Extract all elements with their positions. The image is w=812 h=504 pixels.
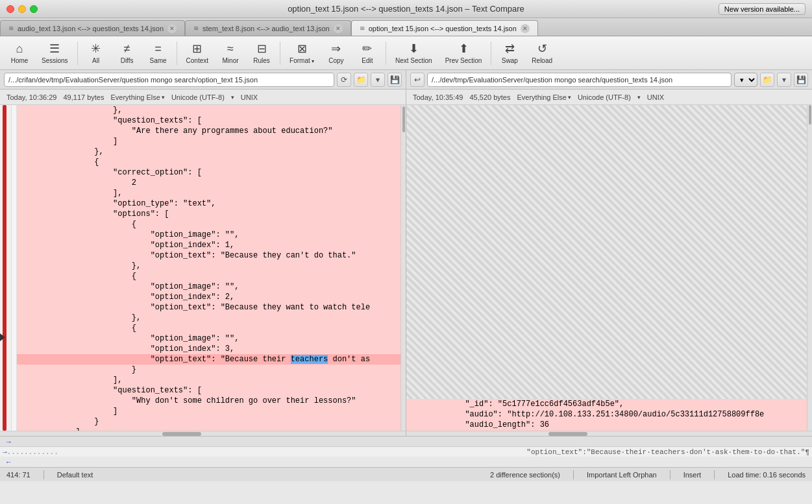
rules-label: Rules [253, 57, 270, 64]
left-vertical-scroll[interactable] [400, 105, 406, 431]
code-line-10: "option_type": "text", [17, 198, 400, 209]
maximize-button[interactable] [30, 5, 38, 13]
right-h-scroll-thumb[interactable] [548, 432, 587, 436]
copy-button[interactable]: ⇒ Copy [322, 39, 351, 67]
right-path-select[interactable]: ▾ [734, 73, 757, 87]
right-line-ending: UNIX [647, 93, 664, 101]
right-vertical-scroll[interactable] [807, 105, 812, 431]
code-line-1: }, [17, 105, 400, 115]
left-path-dropdown-icon[interactable]: ▾ [371, 73, 385, 87]
swap-icon: ⇄ [505, 42, 515, 56]
tab-1-close[interactable]: ✕ [167, 24, 177, 33]
right-horizontal-scroll[interactable] [406, 431, 812, 436]
close-button[interactable] [6, 5, 14, 13]
right-pane: "_id": "5c1777e1cc6df4563adf4b5e", "audi… [406, 105, 812, 436]
code-line-7: "correct_option": [ [17, 167, 400, 178]
left-path-sync-icon[interactable]: ⟳ [337, 73, 351, 87]
same-button[interactable]: = Same [144, 39, 173, 67]
minor-button[interactable]: ≈ Minor [216, 39, 245, 67]
reload-button[interactable]: ↺ Reload [526, 39, 558, 67]
right-code-line-2: "audio": "http://10.108.133.251:34800/au… [406, 410, 807, 420]
rules-icon: ⊟ [257, 42, 267, 56]
tab-1[interactable]: ≋ audio_text 13.json <--> question_texts… [0, 20, 185, 36]
next-section-button[interactable]: ⬇ Next Section [390, 39, 437, 67]
diff-arrow-bar-bottom: ← [0, 457, 812, 467]
left-code-area[interactable]: }, "question_texts": [ "Are there any pr… [17, 105, 400, 431]
status-bar: 414: 71 Default text 2 difference sectio… [0, 467, 812, 481]
code-line-24: "option_index": 3, [17, 344, 400, 354]
right-path-folder-icon[interactable]: 📁 [760, 73, 774, 87]
all-button[interactable]: ✳ All [82, 39, 110, 67]
code-line-27: ], [17, 375, 400, 385]
left-path-bar: ⟳ 📁 ▾ 💾 [0, 70, 406, 90]
toolbar: ⌂ Home ☰ Sessions ✳ All ≠ Diffs = Same ⊞… [0, 36, 812, 70]
edit-button[interactable]: ✏ Edit [353, 39, 382, 67]
code-line-21: }, [17, 313, 400, 323]
home-button[interactable]: ⌂ Home [5, 39, 34, 67]
minimize-button[interactable] [18, 5, 26, 13]
right-path-input[interactable] [432, 76, 727, 84]
tab-1-label: audio_text 13.json <--> question_texts 1… [18, 25, 164, 32]
next-section-icon: ⬇ [409, 42, 419, 56]
code-line-4: ] [17, 136, 400, 147]
window-title: option_text 15.json <--> question_texts … [288, 4, 524, 14]
sessions-label: Sessions [42, 57, 68, 64]
left-path-folder-icon[interactable]: 📁 [354, 73, 368, 87]
code-line-28: "question_texts": [ [17, 385, 400, 396]
right-file-info: Today, 10:35:49 45,520 bytes Everything … [406, 90, 812, 105]
home-icon: ⌂ [16, 42, 23, 56]
code-line-26: } [17, 365, 400, 375]
code-line-23: "option_image": "", [17, 333, 400, 344]
left-h-scroll-thumb[interactable] [162, 432, 201, 436]
code-line-31: } [17, 416, 400, 427]
right-path-dropdown-icon[interactable]: ▾ [777, 73, 791, 87]
right-code-line-3: "audio_length": 36 [406, 420, 807, 431]
right-path-back-icon[interactable]: ↩ [410, 73, 424, 87]
home-label: Home [11, 57, 29, 64]
edit-label: Edit [362, 57, 373, 64]
new-version-button[interactable]: New version available... [719, 3, 806, 15]
prev-section-button[interactable]: ⬆ Prev Section [440, 39, 487, 67]
code-line-15: "option_text": "Because they can't do th… [17, 250, 400, 261]
left-path-input-container [4, 73, 334, 87]
right-path-save-icon[interactable]: 💾 [794, 73, 808, 87]
swap-label: Swap [502, 57, 518, 64]
right-everything-else[interactable]: Everything Else ▾ [517, 93, 571, 101]
tab-2-close[interactable]: ✕ [334, 24, 343, 33]
tab-3[interactable]: ≋ option_text 15.json <--> question_text… [351, 20, 538, 36]
left-path-input[interactable] [8, 76, 330, 84]
right-scroll-thumb[interactable] [809, 105, 811, 125]
rules-button[interactable]: ⊟ Rules [247, 39, 276, 67]
left-pane: }, "question_texts": [ "Are there any pr… [0, 105, 406, 436]
format-button[interactable]: ⊠ Format [284, 39, 319, 67]
code-line-19: "option_index": 2, [17, 292, 400, 302]
swap-button[interactable]: ⇄ Swap [495, 39, 524, 67]
left-scroll-thumb[interactable] [402, 106, 405, 132]
left-line-ending: UNIX [241, 93, 258, 101]
tab-2[interactable]: ≋ stem_text 8.json <--> audio_text 13.js… [185, 20, 351, 36]
code-line-5: }, [17, 147, 400, 157]
tab-2-icon: ≋ [193, 25, 199, 32]
separator-4 [386, 42, 386, 65]
tab-bar: ≋ audio_text 13.json <--> question_texts… [0, 18, 812, 36]
status-div-3 [670, 470, 671, 479]
left-horizontal-scroll[interactable] [0, 431, 406, 436]
path-bars: ⟳ 📁 ▾ 💾 ↩ ▾ 📁 ▾ 💾 [0, 70, 812, 90]
code-line-6: { [17, 157, 400, 167]
separator-2 [177, 42, 177, 65]
context-button[interactable]: ⊞ Context [181, 39, 214, 67]
left-path-save-icon[interactable]: 💾 [388, 73, 402, 87]
code-line-20: "option_text": "Because they want to wat… [17, 302, 400, 313]
change-bar [3, 105, 6, 431]
right-path-input-container [427, 73, 732, 87]
left-file-info: Today, 10:36:29 49,117 bytes Everything … [0, 90, 406, 105]
same-label: Same [150, 57, 167, 64]
diffs-button[interactable]: ≠ Diffs [113, 39, 141, 67]
prev-section-icon: ⬆ [459, 42, 469, 56]
left-everything-else[interactable]: Everything Else ▾ [110, 93, 164, 101]
tab-3-close[interactable]: ✕ [521, 24, 530, 33]
status-div-1 [43, 470, 44, 479]
all-icon: ✳ [91, 42, 101, 56]
sessions-button[interactable]: ☰ Sessions [36, 39, 73, 67]
status-div-4 [714, 470, 715, 479]
